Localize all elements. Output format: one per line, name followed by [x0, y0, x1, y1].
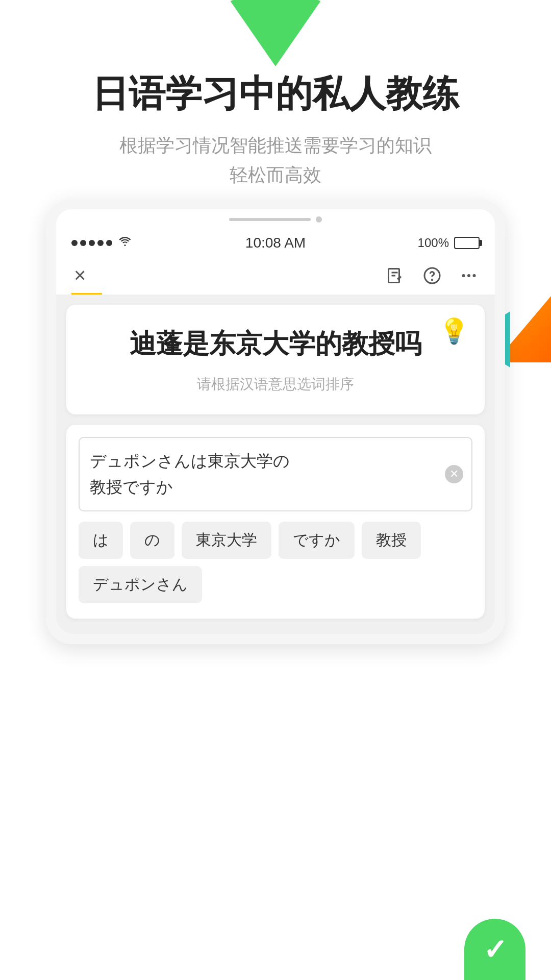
battery-percent: 100% [418, 236, 449, 250]
more-options-icon[interactable] [458, 265, 480, 286]
word-chip-4[interactable]: ですか [279, 522, 355, 559]
scroll-dot [316, 216, 322, 223]
wifi-icon [118, 236, 132, 250]
signal-dot-5 [106, 240, 112, 246]
svg-point-5 [473, 274, 476, 277]
sub-title-line2: 轻松而高效 [230, 164, 321, 185]
status-right: 100% [418, 236, 480, 250]
scroll-bar [229, 218, 311, 221]
word-chip-2[interactable]: の [130, 522, 174, 559]
nav-bar: × [56, 256, 495, 295]
answer-text: デュポンさんは東京大学の 教授ですか [90, 448, 446, 500]
word-chip-5[interactable]: 教授 [362, 522, 421, 559]
sub-title-line1: 根据学习情况智能推送需要学习的知识 [119, 135, 432, 156]
word-chip-3[interactable]: 東京大学 [182, 522, 271, 559]
status-time: 10:08 AM [245, 235, 306, 251]
battery-icon [454, 237, 480, 249]
question-hint: 请根据汉语意思选词排序 [87, 375, 464, 394]
phone-content: 💡 迪蓬是东京大学的教授吗 请根据汉语意思选词排序 デュポンさんは東京大学の 教… [56, 295, 495, 634]
answer-line1: デュポンさんは東京大学の [90, 452, 290, 470]
help-icon[interactable] [421, 265, 443, 286]
svg-point-4 [467, 274, 470, 277]
signal-dot-2 [80, 240, 86, 246]
main-title: 日语学习中的私人教练 [31, 71, 520, 115]
answer-card: デュポンさんは東京大学の 教授ですか ✕ はの東京大学ですか教授デュポンさん [66, 425, 485, 619]
question-text: 迪蓬是东京大学的教授吗 [87, 325, 464, 362]
signal-dots [71, 240, 112, 246]
phone-mockup: 10:08 AM 100% × [46, 199, 505, 644]
top-triangle-decoration [230, 0, 321, 66]
word-chip-6[interactable]: デュポンさん [79, 566, 202, 603]
status-bar: 10:08 AM 100% [56, 227, 495, 256]
edit-icon[interactable] [385, 265, 406, 286]
signal-dot-3 [89, 240, 95, 246]
signal-dot-1 [71, 240, 78, 246]
close-button[interactable]: × [71, 261, 88, 289]
nav-icons [385, 265, 480, 286]
title-section: 日语学习中的私人教练 根据学习情况智能推送需要学习的知识 轻松而高效 [0, 71, 551, 190]
bottom-check-circle [464, 919, 525, 980]
word-chip-1[interactable]: は [79, 522, 123, 559]
signal-dot-4 [97, 240, 104, 246]
answer-input-area[interactable]: デュポンさんは東京大学の 教授ですか ✕ [79, 437, 472, 511]
question-card: 💡 迪蓬是东京大学的教授吗 请根据汉语意思选词排序 [66, 305, 485, 414]
status-left [71, 236, 132, 250]
sub-title: 根据学习情况智能推送需要学习的知识 轻松而高效 [31, 131, 520, 189]
word-chips-container: はの東京大学ですか教授デュポンさん [79, 522, 472, 603]
hint-bulb-icon[interactable]: 💡 [439, 317, 469, 346]
answer-line2: 教授ですか [90, 478, 173, 496]
svg-point-3 [462, 274, 465, 277]
clear-answer-button[interactable]: ✕ [445, 465, 463, 483]
scroll-indicator [56, 209, 495, 227]
svg-point-2 [432, 279, 433, 280]
